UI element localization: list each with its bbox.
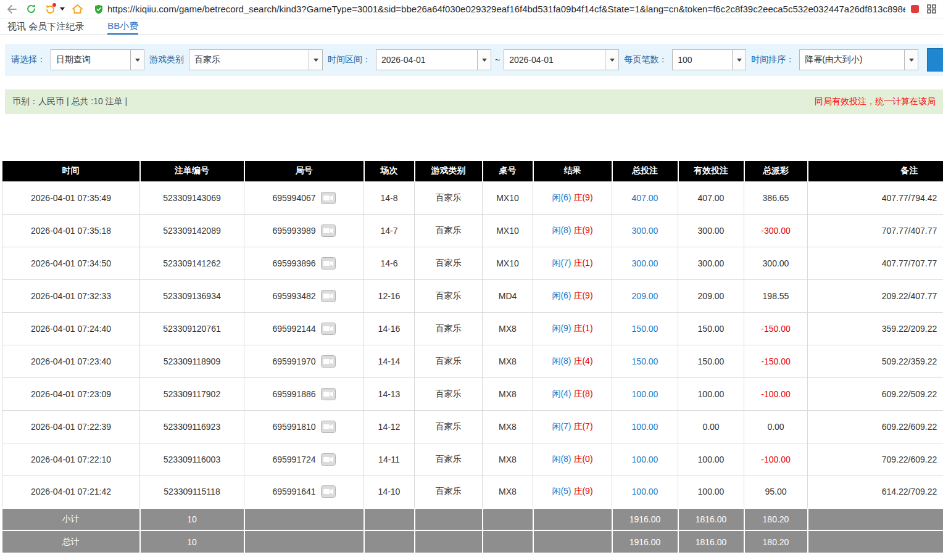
total-bet-link[interactable]: 407.00 (632, 193, 658, 203)
total-bet-link[interactable]: 150.00 (632, 324, 658, 334)
date-from-input[interactable]: 2026-04-01 (376, 49, 491, 70)
apps-grid-icon[interactable] (924, 2, 938, 16)
cell-total-bet[interactable]: 100.00 (612, 377, 678, 410)
chevron-down-icon[interactable] (732, 50, 746, 70)
video-icon[interactable] (321, 290, 336, 302)
cell-valid-bet: 100.00 (678, 476, 744, 508)
video-icon[interactable] (321, 453, 336, 466)
video-icon[interactable] (321, 421, 336, 433)
banker-result: 庄(8) (573, 389, 592, 398)
tab-bet-records[interactable]: 视讯 会员下注纪录 (7, 19, 84, 35)
cell-payout: 0.00 (744, 410, 808, 443)
date-range-separator: ~ (495, 55, 500, 65)
sort-order-value: 降幂(由大到小) (800, 54, 904, 65)
cell-valid-bet: 150.00 (678, 312, 744, 345)
column-header: 时间 (2, 161, 140, 181)
cell-valid-bet: 100.00 (678, 377, 744, 410)
cell-valid-bet: 0.00 (678, 410, 744, 443)
favorite-icon[interactable] (911, 5, 919, 13)
subtotal-count: 10 (140, 508, 244, 530)
game-category-select[interactable]: 百家乐 (189, 49, 323, 70)
total-bet-link[interactable]: 209.00 (632, 291, 658, 301)
filter-label-sort: 时间排序： (751, 54, 794, 65)
video-icon[interactable] (321, 257, 336, 270)
chevron-down-icon[interactable] (605, 50, 618, 70)
round-number: 695991641 (272, 487, 315, 496)
cell-total-bet[interactable]: 150.00 (612, 345, 678, 377)
cell-game-type: 百家乐 (415, 345, 483, 377)
cell-total-bet[interactable]: 100.00 (612, 443, 678, 476)
query-type-select[interactable]: 日期查询 (51, 49, 144, 70)
home-icon[interactable] (70, 2, 84, 16)
cell-total-bet[interactable]: 100.00 (612, 410, 678, 443)
total-bet-link[interactable]: 100.00 (632, 455, 658, 464)
page-size-value[interactable]: 100 (673, 55, 732, 65)
address-bar[interactable]: https://kiqiiu.com/game/betrecord_search… (89, 4, 905, 14)
date-to-input[interactable]: 2026-04-01 (504, 49, 619, 70)
cell-payout: 198.55 (744, 279, 808, 312)
total-bet-link[interactable]: 300.00 (632, 258, 658, 268)
table-row: 2026-04-01 07:35:18523309142089695993989… (2, 214, 943, 247)
video-icon[interactable] (321, 388, 336, 400)
cell-total-bet[interactable]: 209.00 (612, 279, 678, 312)
video-icon[interactable] (321, 192, 336, 204)
video-icon[interactable] (321, 224, 336, 237)
cell-result: 闲(7) 庄(1) (533, 247, 612, 279)
tab-bb-tip[interactable]: BB小费 (107, 19, 138, 35)
cell-total-bet[interactable]: 300.00 (612, 214, 678, 247)
total-bet-link[interactable]: 100.00 (632, 389, 658, 399)
refresh-icon[interactable] (24, 2, 38, 16)
video-icon[interactable] (321, 355, 336, 368)
valid-bet-note-text: 同局有效投注，统一计算在该局 (815, 96, 936, 107)
search-button[interactable] (927, 48, 943, 72)
cell-remark: 609.22/509.22 (808, 377, 943, 410)
total-bet-link[interactable]: 150.00 (632, 356, 658, 366)
table-row: 2026-04-01 07:32:33523309136934695993482… (2, 279, 943, 312)
table-row: 2026-04-01 07:22:39523309116923695991810… (2, 410, 943, 443)
total-valid-bet: 1816.00 (678, 530, 744, 553)
cell-round-id: 695991886 (244, 377, 364, 410)
cell-total-bet[interactable]: 300.00 (612, 247, 678, 279)
cell-remark: 609.22/609.22 (808, 410, 943, 443)
url-text[interactable]: https://kiqiiu.com/game/betrecord_search… (107, 4, 905, 14)
date-to-value[interactable]: 2026-04-01 (504, 55, 605, 65)
total-bet-link[interactable]: 100.00 (632, 422, 658, 432)
table-row: 2026-04-01 07:35:49523309143069695994067… (2, 181, 943, 214)
cell-total-bet[interactable]: 407.00 (612, 181, 678, 214)
round-number: 695994067 (272, 193, 315, 203)
chevron-down-icon[interactable] (477, 50, 491, 70)
player-result: 闲(6) (552, 290, 571, 300)
video-icon[interactable] (321, 485, 336, 498)
cell-table-no: MD4 (483, 279, 533, 312)
cell-payout: -150.00 (744, 312, 808, 345)
date-from-value[interactable]: 2026-04-01 (376, 55, 477, 65)
cell-table-no: MX10 (483, 214, 533, 247)
filter-label-time-range: 时间区间： (328, 54, 371, 65)
sort-order-select[interactable]: 降幂(由大到小) (799, 49, 918, 70)
player-result: 闲(4) (552, 389, 571, 398)
back-icon[interactable] (5, 2, 19, 16)
cell-result: 闲(6) 庄(9) (533, 279, 612, 312)
video-icon[interactable] (321, 323, 336, 335)
table-row: 2026-04-01 07:34:50523309141262695993896… (2, 247, 943, 279)
round-number: 695991724 (272, 455, 315, 464)
round-number: 695993896 (272, 258, 315, 268)
page-size-input[interactable]: 100 (672, 49, 746, 70)
cell-round-id: 695991724 (244, 443, 364, 476)
chevron-down-icon[interactable] (130, 50, 144, 70)
total-bet-link[interactable]: 300.00 (632, 226, 658, 236)
cell-remark: 359.22/209.22 (808, 312, 943, 345)
total-bet-link[interactable]: 100.00 (632, 487, 658, 496)
filter-label-select: 请选择： (11, 54, 46, 65)
undo-icon[interactable] (43, 2, 57, 16)
undo-history-caret-icon[interactable] (60, 7, 65, 10)
chevron-down-icon[interactable] (309, 50, 322, 70)
chevron-down-icon[interactable] (904, 50, 918, 70)
cell-round-id: 695993482 (244, 279, 364, 312)
cell-total-bet[interactable]: 100.00 (612, 476, 678, 508)
column-header: 局号 (244, 161, 364, 181)
notification-dot (52, 3, 56, 7)
cell-payout: 386.65 (744, 181, 808, 214)
cell-total-bet[interactable]: 150.00 (612, 312, 678, 345)
cell-session: 14-11 (364, 443, 415, 476)
